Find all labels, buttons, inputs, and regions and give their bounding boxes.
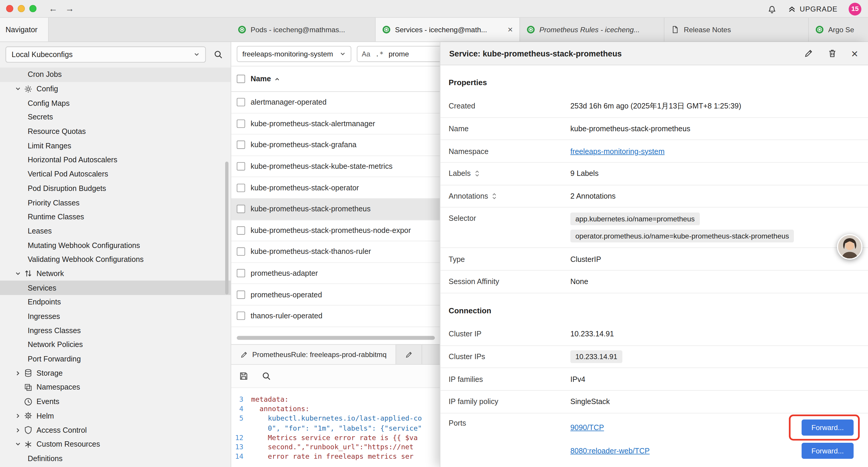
sidebar-item-resource-quotas[interactable]: Resource Quotas [0,124,231,139]
row-checkbox[interactable] [237,312,245,320]
tab-services-icecheng-math[interactable]: Services - icecheng@math...× [375,18,520,42]
field-value: None [570,278,854,286]
code-text: annotations: [251,404,309,413]
sidebar-item-validating-webhook-configurations[interactable]: Validating Webhook Configurations [0,253,231,267]
sidebar-item-label: Custom Resources [37,440,100,448]
sidebar-item-namespaces[interactable]: Namespaces [0,380,231,395]
sidebar-item-services[interactable]: Services [0,281,231,295]
sidebar-item-helm[interactable]: Helm [0,409,231,423]
port-link[interactable]: 9090/TCP [570,423,604,432]
sidebar-item-cron-jobs[interactable]: Cron Jobs [0,67,231,82]
kubeconfig-selector-value: Local Kubeconfigs [11,50,73,58]
annotation-highlight: Forward... [802,419,854,435]
sidebar-item-events[interactable]: Events [0,395,231,409]
editor-search-icon[interactable] [262,371,271,381]
notification-count-badge[interactable]: 15 [848,2,861,15]
sidebar-item-network-policies[interactable]: Network Policies [0,338,231,352]
detail-row-cluster-ip: Cluster IP10.233.14.91 [440,323,868,346]
sidebar-item-horizontal-pod-autoscalers[interactable]: Horizontal Pod Autoscalers [0,153,231,167]
horizontal-scrollbar[interactable] [237,336,435,340]
namespace-link[interactable]: freeleaps-monitoring-system [570,147,665,155]
tab-pods-icecheng-mathmas[interactable]: Pods - icecheng@mathmas... [231,18,376,42]
minimize-window-button[interactable] [18,5,25,12]
dock-tab-1[interactable] [396,345,422,364]
field-label: Cluster IPs [449,352,570,360]
edit-resource-icon[interactable] [804,49,813,58]
row-checkbox[interactable] [237,119,245,128]
sort-updown-icon[interactable] [492,193,497,200]
forward-icon[interactable]: → [65,4,74,13]
sidebar-item-ingress-classes[interactable]: Ingress Classes [0,323,231,338]
sidebar-item-config-maps[interactable]: Config Maps [0,96,231,110]
close-drawer-icon[interactable]: × [851,48,858,59]
tab-label: Argo Se [828,25,868,34]
shield-icon [24,426,33,435]
row-checkbox[interactable] [237,269,245,277]
match-case-toggle[interactable]: Aa [362,50,370,58]
tab-argo-se[interactable]: Argo Se [809,18,868,42]
chips: 10.233.14.91 [570,350,622,363]
sidebar-item-vertical-pod-autoscalers[interactable]: Vertical Pod Autoscalers [0,167,231,181]
tab-label: Services - icecheng@math... [395,25,502,34]
row-checkbox[interactable] [237,205,245,213]
regex-toggle[interactable]: .* [375,50,383,58]
close-window-button[interactable] [6,5,13,12]
chevron-spacer [13,399,22,405]
sidebar-item-label: Ingresses [28,312,60,320]
field-value: SingleStack [570,398,854,406]
sidebar-item-runtime-classes[interactable]: Runtime Classes [0,209,231,224]
sidebar-item-endpoints[interactable]: Endpoints [0,295,231,309]
delete-resource-icon[interactable] [828,49,837,58]
sidebar-item-definitions[interactable]: Definitions [0,451,231,466]
select-all-checkbox[interactable] [237,75,245,83]
sidebar-item-custom-resources[interactable]: Custom Resources [0,437,231,451]
column-header-name[interactable]: Name [251,75,280,83]
sidebar-item-pod-disruption-budgets[interactable]: Pod Disruption Budgets [0,181,231,195]
save-icon[interactable] [239,371,248,381]
avatar[interactable] [837,234,862,260]
sidebar-item-leases[interactable]: Leases [0,224,231,238]
notifications-bell-icon[interactable] [767,4,776,13]
sort-updown-icon[interactable] [474,170,479,177]
detail-row-name: Namekube-prometheus-stack-prometheus [440,118,868,140]
sidebar-item-limit-ranges[interactable]: Limit Ranges [0,139,231,153]
row-checkbox[interactable] [237,226,245,235]
sidebar-item-config[interactable]: Config [0,82,231,96]
sidebar-scrollbar[interactable] [225,162,228,294]
forward-button[interactable]: Forward... [802,419,854,435]
dock-tab-prometheusrule-freeleaps-prod-rabbitmq[interactable]: PrometheusRule: freeleaps-prod-rabbitmq [231,345,396,364]
row-checkbox[interactable] [237,162,245,171]
sidebar-item-priority-classes[interactable]: Priority Classes [0,195,231,209]
navigator-tab[interactable]: Navigator [0,18,49,42]
service-name: kube-prometheus-stack-grafana [251,141,356,149]
row-checkbox[interactable] [237,98,245,107]
sidebar-search-icon[interactable] [214,50,223,59]
kubeconfig-selector[interactable]: Local Kubeconfigs [6,46,206,62]
forward-button[interactable]: Forward... [802,442,854,459]
sidebar-item-secrets[interactable]: Secrets [0,110,231,124]
row-checkbox[interactable] [237,248,245,256]
field-value: 2 Annotations [570,192,854,200]
tab-release-notes[interactable]: Release Notes [664,18,809,42]
field-label: Created [449,102,570,110]
sidebar-item-ingresses[interactable]: Ingresses [0,309,231,323]
back-icon[interactable]: ← [49,4,58,13]
tab-prometheus-rules-icecheng[interactable]: Prometheus Rules - icecheng... [520,18,664,42]
field-label: Cluster IP [449,330,570,338]
value-chip: app.kubernetes.io/name=prometheus [570,213,700,226]
field-label: Selector [449,213,570,223]
row-checkbox[interactable] [237,290,245,298]
port-link[interactable]: 8080:reloader-web/TCP [570,446,650,455]
field-value: 9 Labels [570,170,854,178]
close-tab-icon[interactable]: × [507,25,514,34]
upgrade-button[interactable]: UPGRADE [788,5,838,13]
sidebar-item-network[interactable]: Network [0,267,231,281]
sidebar-item-storage[interactable]: Storage [0,366,231,380]
row-checkbox[interactable] [237,183,245,192]
sidebar-item-port-forwarding[interactable]: Port Forwarding [0,352,231,366]
sidebar-item-mutating-webhook-configurations[interactable]: Mutating Webhook Configurations [0,238,231,253]
namespace-filter-select[interactable]: freeleaps-monitoring-system [237,46,351,62]
zoom-window-button[interactable] [29,5,36,12]
row-checkbox[interactable] [237,141,245,149]
sidebar-item-access-control[interactable]: Access Control [0,423,231,437]
